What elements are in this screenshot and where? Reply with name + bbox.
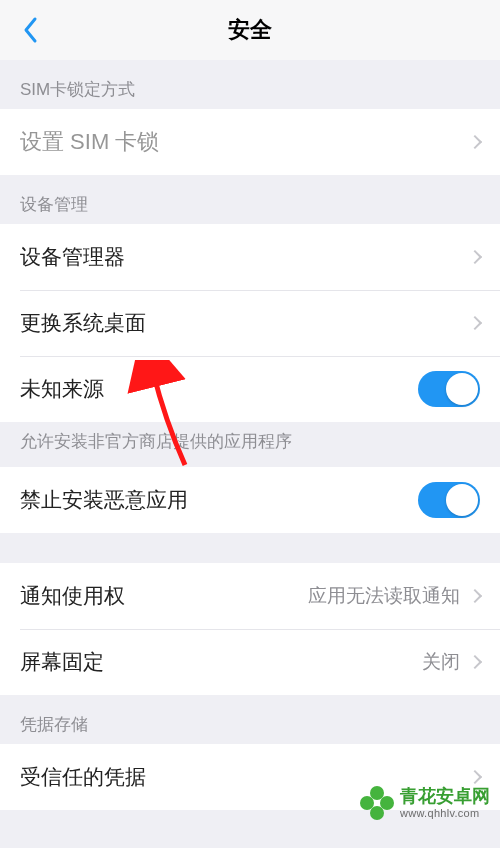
toggle-unknown-sources[interactable] <box>418 371 480 407</box>
watermark-logo-icon <box>360 786 394 820</box>
row-label: 设备管理器 <box>20 243 125 271</box>
section-footer-unknown-sources: 允许安装非官方商店提供的应用程序 <box>0 422 500 467</box>
row-screen-pinning[interactable]: 屏幕固定 关闭 <box>0 629 500 695</box>
section-header-device: 设备管理 <box>0 175 500 224</box>
watermark: 青花安卓网 www.qhhlv.com <box>360 786 490 820</box>
section-header-credentials: 凭据存储 <box>0 695 500 744</box>
chevron-right-icon <box>468 770 482 784</box>
row-detail: 应用无法读取通知 <box>308 583 460 609</box>
header-bar: 安全 <box>0 0 500 60</box>
row-unknown-sources: 未知来源 <box>0 356 500 422</box>
row-device-admin[interactable]: 设备管理器 <box>0 224 500 290</box>
toggle-block-malware[interactable] <box>418 482 480 518</box>
chevron-left-icon <box>22 16 38 44</box>
row-detail: 关闭 <box>422 649 460 675</box>
row-label: 通知使用权 <box>20 582 125 610</box>
chevron-right-icon <box>468 655 482 669</box>
row-block-malware: 禁止安装恶意应用 <box>0 467 500 533</box>
watermark-title: 青花安卓网 <box>400 787 490 807</box>
chevron-right-icon <box>468 250 482 264</box>
watermark-url: www.qhhlv.com <box>400 807 490 819</box>
chevron-right-icon <box>468 589 482 603</box>
row-set-sim-lock[interactable]: 设置 SIM 卡锁 <box>0 109 500 175</box>
section-gap <box>0 533 500 563</box>
row-label: 屏幕固定 <box>20 648 104 676</box>
row-label: 禁止安装恶意应用 <box>20 486 188 514</box>
row-label: 未知来源 <box>20 375 104 403</box>
row-change-launcher[interactable]: 更换系统桌面 <box>0 290 500 356</box>
row-label: 设置 SIM 卡锁 <box>20 127 159 157</box>
row-label: 更换系统桌面 <box>20 309 146 337</box>
chevron-right-icon <box>468 316 482 330</box>
chevron-right-icon <box>468 135 482 149</box>
section-header-sim: SIM卡锁定方式 <box>0 60 500 109</box>
row-label: 受信任的凭据 <box>20 763 146 791</box>
back-button[interactable] <box>10 10 50 50</box>
page-title: 安全 <box>228 15 272 45</box>
row-notification-access[interactable]: 通知使用权 应用无法读取通知 <box>0 563 500 629</box>
